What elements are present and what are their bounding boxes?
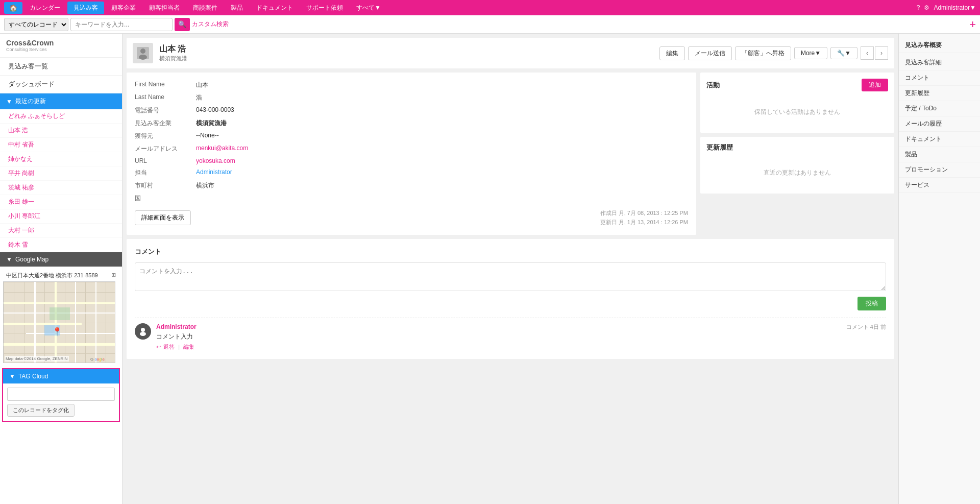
search-bar: すべてのレコード 🔍 カスタム検索 + — [0, 15, 980, 34]
sidebar-item-7[interactable]: 小川 専郎江 — [0, 209, 122, 224]
record-subtitle: 横須賀漁港 — [159, 55, 187, 62]
tag-input[interactable] — [7, 388, 115, 401]
nav-leads[interactable]: 見込み客 — [67, 2, 104, 14]
reply-link[interactable]: 返答 — [163, 344, 175, 350]
more-button[interactable]: More▼ — [794, 47, 827, 59]
tag-button[interactable]: このレコードをタグ化 — [7, 404, 75, 417]
sidebar-google-map-section[interactable]: ▼ Google Map — [0, 252, 122, 267]
record-type-select[interactable]: すべてのレコード — [4, 18, 68, 31]
map-attribution: Map data ©2014 Google, ZENRIN — [5, 356, 69, 362]
sidebar-item-3[interactable]: 姉かなえ — [0, 152, 122, 166]
sidebar-item-8[interactable]: 大村 一郎 — [0, 224, 122, 238]
search-button[interactable]: 🔍 — [175, 18, 190, 31]
right-panel-item-3[interactable]: 予定 / ToDo — [899, 101, 980, 116]
nav-opportunities[interactable]: 商談案件 — [187, 2, 224, 14]
google-map-label: Google Map — [15, 256, 48, 263]
top-navigation: 🏠 カレンダー 見込み客 顧客企業 顧客担当者 商談案件 製品 ドキュメント サ… — [0, 0, 980, 15]
tag-cloud-header[interactable]: ▼ TAG Cloud — [3, 369, 119, 383]
right-panel-item-6[interactable]: 製品 — [899, 147, 980, 162]
map-expand-icon[interactable]: ⊞ — [111, 272, 116, 279]
edit-link[interactable]: 編集 — [183, 344, 194, 350]
field-source: 獲得元 --None-- — [135, 132, 688, 140]
nav-calendar[interactable]: カレンダー — [23, 2, 66, 14]
field-last-name: Last Name 浩 — [135, 93, 688, 102]
comment-textarea[interactable] — [135, 262, 886, 291]
nav-all[interactable]: すべて▼ — [350, 2, 387, 14]
logo-sub: Consulting Services — [6, 47, 116, 52]
comment-time: コメント 4日 前 — [846, 323, 886, 331]
sidebar-item-0[interactable]: どれみ ふぁそらしど — [0, 109, 122, 124]
sidebar-item-2[interactable]: 中村 省吾 — [0, 138, 122, 152]
nav-support[interactable]: サポート依頼 — [300, 2, 349, 14]
right-panel-item-1[interactable]: コメント — [899, 70, 980, 86]
right-panel-item-4[interactable]: メールの履歴 — [899, 116, 980, 132]
tag-cloud-section: ▼ TAG Cloud このレコードをタグ化 — [2, 368, 120, 422]
search-input[interactable] — [70, 18, 173, 31]
nav-products[interactable]: 製品 — [225, 2, 249, 14]
history-card: 更新履歴 直近の更新はありません — [700, 137, 894, 194]
prev-record-button[interactable]: ‹ — [861, 46, 874, 60]
settings-icon[interactable]: ⚙ — [924, 4, 929, 11]
field-phone: 電話番号 043-000-0003 — [135, 106, 688, 115]
comment-avatar — [135, 323, 151, 340]
reply-icon: ↩ — [156, 344, 161, 350]
record-name: 山本 浩 — [159, 44, 187, 55]
history-title: 更新履歴 — [706, 143, 888, 152]
add-activity-button[interactable]: 追加 — [862, 79, 888, 91]
home-nav-item[interactable]: 🏠 — [4, 2, 22, 14]
detail-grid: First Name 山本 Last Name 浩 電話番号 043-000-0… — [127, 73, 894, 235]
submit-button[interactable]: 投稿 — [857, 297, 886, 310]
sidebar-item-1[interactable]: 山本 浩 — [0, 124, 122, 138]
right-panel-item-7[interactable]: プロモーション — [899, 162, 980, 178]
edit-button[interactable]: 編集 — [659, 46, 685, 60]
comment-submit-row: 投稿 — [135, 297, 886, 310]
field-company: 見込み客企業 横須賀漁港 — [135, 119, 688, 128]
tag-arrow-icon: ▼ — [9, 373, 15, 380]
comment-author[interactable]: Administrator — [156, 323, 197, 330]
field-country: 国 — [135, 194, 688, 203]
record-name-block: 山本 浩 横須賀漁港 — [159, 44, 187, 62]
comment-header: Administrator コメント 4日 前 — [156, 323, 886, 330]
add-record-button[interactable]: + — [969, 18, 976, 31]
next-record-button[interactable]: › — [875, 46, 888, 60]
sidebar-recent-section[interactable]: ▼ 最近の更新 — [0, 93, 122, 109]
main-layout: Cross&Crown Consulting Services 見込み客一覧 ダ… — [0, 34, 980, 504]
activity-card: 活動 追加 保留している活動はありません — [700, 73, 894, 133]
search-bar-right: + — [969, 18, 976, 31]
user-menu[interactable]: Administrator▼ — [934, 4, 976, 11]
sidebar-logo: Cross&Crown Consulting Services — [0, 34, 122, 58]
sidebar-item-5[interactable]: 茨城 祐彦 — [0, 181, 122, 195]
google-logo: G oogle — [90, 357, 105, 362]
record-header: 山本 浩 横須賀漁港 編集 メール送信 「顧客」へ昇格 More▼ 🔧▼ ‹ › — [127, 38, 894, 68]
svg-point-2 — [139, 55, 147, 60]
map-pin: 📍 — [52, 327, 62, 337]
comment-section: コメント 投稿 Administrator コメント 4日 前 コメント入力 ↩ — [127, 239, 894, 359]
nav-accounts[interactable]: 顧客企業 — [105, 2, 142, 14]
nav-documents[interactable]: ドキュメント — [250, 2, 299, 14]
tool-button[interactable]: 🔧▼ — [830, 47, 857, 59]
right-panel-item-5[interactable]: ドキュメント — [899, 132, 980, 147]
recent-arrow-icon: ▼ — [6, 98, 12, 105]
custom-search-link[interactable]: カスタム検索 — [192, 20, 229, 29]
map-image: 📍 Map data ©2014 Google, ZENRIN G oogle — [3, 281, 115, 363]
help-icon[interactable]: ? — [917, 4, 920, 11]
sidebar-item-9[interactable]: 鈴木 雪 — [0, 238, 122, 252]
convert-button[interactable]: 「顧客」へ昇格 — [735, 46, 791, 60]
sidebar-item-4[interactable]: 平井 尚樹 — [0, 166, 122, 181]
nav-contacts[interactable]: 顧客担当者 — [143, 2, 186, 14]
svg-point-3 — [141, 328, 145, 332]
record-avatar — [133, 43, 153, 63]
sidebar-item-dashboard[interactable]: ダッシュボード — [0, 76, 122, 93]
right-panel-item-2[interactable]: 更新履歴 — [899, 86, 980, 101]
field-first-name: First Name 山本 — [135, 81, 688, 89]
right-panel-item-0[interactable]: 見込み客詳細 — [899, 55, 980, 70]
sidebar-item-6[interactable]: 糸田 雄一 — [0, 195, 122, 209]
detail-view-button[interactable]: 詳細画面を表示 — [135, 210, 191, 225]
sidebar-item-leads-list[interactable]: 見込み客一覧 — [0, 58, 122, 76]
history-empty: 直近の更新はありません — [706, 158, 888, 187]
email-button[interactable]: メール送信 — [688, 46, 732, 60]
map-arrow-icon: ▼ — [6, 256, 12, 263]
recent-section-label: 最近の更新 — [15, 97, 46, 106]
right-panel-item-8[interactable]: サービス — [899, 178, 980, 193]
right-panel: 見込み客概要 見込み客詳細 コメント 更新履歴 予定 / ToDo メールの履歴… — [898, 34, 980, 504]
